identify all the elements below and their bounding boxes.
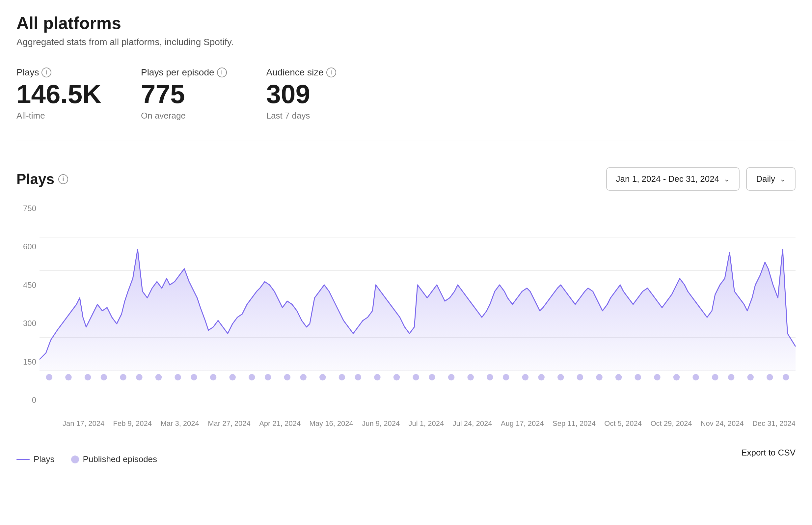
svg-point-45 (767, 374, 773, 381)
svg-point-11 (136, 374, 142, 381)
x-label-2: Mar 3, 2024 (160, 419, 199, 428)
svg-point-8 (85, 374, 91, 381)
legend: Plays Published episodes (16, 454, 157, 464)
svg-point-15 (210, 374, 217, 381)
svg-point-41 (692, 374, 699, 381)
chart-info-icon[interactable]: i (58, 174, 68, 184)
x-label-8: Jul 24, 2024 (453, 419, 492, 428)
svg-point-28 (448, 374, 455, 381)
svg-point-13 (174, 374, 181, 381)
stat-audience-sublabel: Last 7 days (266, 111, 336, 121)
stat-audience-size: Audience size i 309 Last 7 days (266, 67, 336, 121)
svg-point-30 (487, 374, 493, 381)
stat-plays-per-episode: Plays per episode i 775 On average (141, 67, 227, 121)
svg-point-32 (522, 374, 529, 381)
svg-point-18 (265, 374, 271, 381)
x-label-6: Jun 9, 2024 (362, 419, 400, 428)
svg-point-20 (300, 374, 307, 381)
x-label-3: Mar 27, 2024 (208, 419, 250, 428)
svg-point-40 (673, 374, 680, 381)
stat-plays-value: 146.5K (16, 81, 102, 107)
stat-plays: Plays i 146.5K All-time (16, 67, 102, 121)
legend-plays-line (16, 459, 30, 460)
svg-point-38 (634, 374, 641, 381)
svg-point-19 (284, 374, 291, 381)
x-label-7: Jul 1, 2024 (409, 419, 444, 428)
svg-point-9 (101, 374, 107, 381)
svg-point-10 (120, 374, 126, 381)
svg-point-17 (249, 374, 255, 381)
interval-dropdown[interactable]: Daily ⌄ (746, 167, 796, 191)
x-label-14: Dec 31, 2024 (752, 419, 796, 428)
stat-ppe-label: Plays per episode i (141, 67, 227, 78)
x-label-0: Jan 17, 2024 (63, 419, 104, 428)
svg-point-46 (783, 374, 789, 381)
date-range-dropdown[interactable]: Jan 1, 2024 - Dec 31, 2024 ⌄ (606, 167, 740, 191)
x-label-9: Aug 17, 2024 (501, 419, 544, 428)
svg-point-37 (615, 374, 622, 381)
stats-row: Plays i 146.5K All-time Plays per episod… (16, 67, 796, 141)
svg-point-22 (339, 374, 346, 381)
svg-point-27 (429, 374, 435, 381)
y-label-450: 450 (16, 281, 36, 290)
stat-plays-sublabel: All-time (16, 111, 102, 121)
chart-header: Plays i Jan 1, 2024 - Dec 31, 2024 ⌄ Dai… (16, 167, 796, 191)
y-label-0: 0 (16, 395, 36, 405)
x-label-1: Feb 9, 2024 (113, 419, 152, 428)
stat-ppe-sublabel: On average (141, 111, 227, 121)
chart-title: Plays i (16, 171, 68, 188)
x-label-13: Nov 24, 2024 (701, 419, 744, 428)
svg-point-35 (577, 374, 583, 381)
x-label-12: Oct 29, 2024 (650, 419, 692, 428)
chart-controls: Jan 1, 2024 - Dec 31, 2024 ⌄ Daily ⌄ (606, 167, 796, 191)
page-subtitle: Aggregated stats from all platforms, inc… (16, 37, 796, 47)
svg-point-33 (538, 374, 545, 381)
x-axis: Jan 17, 2024 Feb 9, 2024 Mar 3, 2024 Mar… (40, 419, 796, 428)
svg-point-39 (654, 374, 660, 381)
svg-point-14 (191, 374, 197, 381)
x-label-11: Oct 5, 2024 (604, 419, 642, 428)
stat-audience-label: Audience size i (266, 67, 336, 78)
svg-point-43 (728, 374, 735, 381)
svg-point-44 (747, 374, 754, 381)
svg-point-29 (467, 374, 474, 381)
ppe-info-icon[interactable]: i (217, 68, 227, 77)
y-label-600: 600 (16, 242, 36, 251)
svg-point-42 (712, 374, 719, 381)
chart-section: Plays i Jan 1, 2024 - Dec 31, 2024 ⌄ Dai… (16, 167, 796, 464)
export-csv-button[interactable]: Export to CSV (741, 448, 796, 458)
chart-area: 750 600 450 300 150 0 (16, 204, 796, 428)
stat-audience-value: 309 (266, 81, 336, 107)
x-label-4: Apr 21, 2024 (259, 419, 301, 428)
stat-plays-label: Plays i (16, 67, 102, 78)
legend-episodes-dot (71, 455, 79, 463)
legend-plays-label: Plays (34, 454, 55, 464)
audience-info-icon[interactable]: i (326, 68, 336, 77)
svg-point-23 (355, 374, 361, 381)
plays-chart-svg (40, 204, 796, 405)
page-title: All platforms (16, 13, 796, 33)
chevron-down-icon-2: ⌄ (780, 175, 786, 183)
plays-info-icon[interactable]: i (42, 68, 51, 77)
svg-point-25 (394, 374, 400, 381)
legend-episodes-label: Published episodes (83, 454, 157, 464)
svg-point-12 (155, 374, 162, 381)
y-axis: 750 600 450 300 150 0 (16, 204, 36, 408)
legend-export-row: Plays Published episodes Export to CSV (16, 438, 796, 464)
y-label-300: 300 (16, 319, 36, 328)
stat-ppe-value: 775 (141, 81, 227, 107)
svg-point-24 (374, 374, 381, 381)
svg-point-7 (65, 374, 72, 381)
y-label-750: 750 (16, 204, 36, 213)
svg-point-21 (319, 374, 326, 381)
svg-point-26 (413, 374, 419, 381)
svg-point-34 (557, 374, 564, 381)
svg-point-36 (596, 374, 602, 381)
svg-point-31 (503, 374, 509, 381)
legend-episodes-item: Published episodes (71, 454, 157, 464)
y-label-150: 150 (16, 357, 36, 366)
svg-point-16 (229, 374, 236, 381)
x-label-10: Sep 11, 2024 (553, 419, 596, 428)
x-label-5: May 16, 2024 (309, 419, 353, 428)
legend-plays-item: Plays (16, 454, 55, 464)
